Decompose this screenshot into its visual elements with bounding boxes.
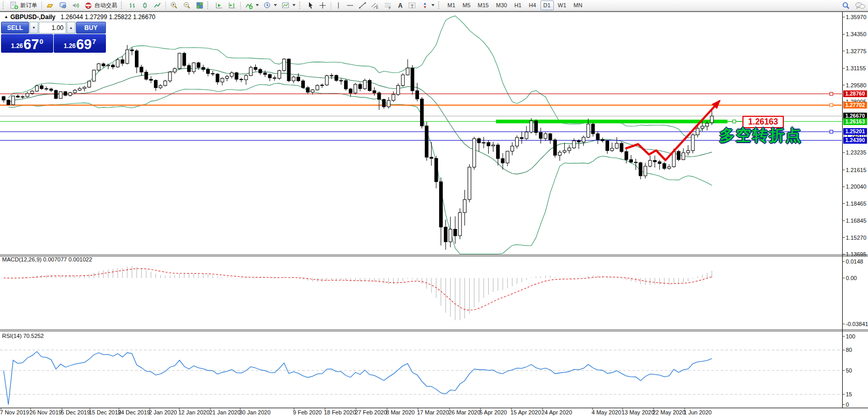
chevron-down-icon (431, 4, 435, 6)
new-order-icon (10, 2, 19, 9)
trendline-button[interactable] (357, 0, 368, 11)
bar-chart-button[interactable] (127, 0, 138, 11)
buy-button[interactable]: BUY (76, 22, 106, 34)
horizontal-line-icon (346, 2, 354, 9)
add-indicator-button[interactable] (243, 0, 261, 11)
annotation-text[interactable]: 多空转折点 (719, 125, 802, 146)
auto-scroll-icon (215, 2, 223, 9)
bid-price-big: 67 (24, 38, 39, 52)
fibonacci-button[interactable]: F (382, 0, 394, 11)
search-icon[interactable] (842, 2, 850, 10)
line-chart-button[interactable] (151, 0, 163, 11)
timeframe-MN[interactable]: MN (570, 1, 585, 10)
vertical-line-icon (335, 2, 342, 9)
template-chart-icon (282, 2, 290, 9)
sound-alert-button[interactable] (70, 0, 82, 11)
toolbar-grip[interactable] (299, 2, 302, 9)
auto-trading-label: 自动交易 (95, 2, 117, 9)
equidistant-channel-icon: E (371, 2, 379, 9)
auto-trading-button[interactable]: 自动交易 (83, 0, 119, 11)
market-watch-button[interactable] (57, 0, 69, 11)
one-click-collapse-icon[interactable]: ▲ (4, 14, 8, 19)
price-chart-canvas[interactable] (0, 0, 868, 417)
text-button[interactable]: A (395, 0, 406, 11)
sell-button[interactable]: SELL (1, 22, 29, 34)
gold-bar-button[interactable] (44, 0, 56, 11)
price-level-tag: 1.28760 (843, 90, 867, 97)
bid-price-sup: 0 (40, 38, 43, 45)
ask-price-tile[interactable]: 1.26 69 7 (54, 34, 106, 53)
periods-button[interactable] (261, 0, 279, 11)
new-order-button[interactable]: 新订单 (8, 0, 39, 11)
chart-shift-icon (228, 2, 236, 9)
text-icon: A (397, 2, 404, 9)
macd-value-1: 0.007077 (43, 256, 67, 262)
crosshair-button[interactable] (317, 0, 329, 11)
add-indicator-icon (245, 2, 253, 9)
text-label-button[interactable]: T (406, 0, 419, 11)
arrows-icon (421, 2, 429, 9)
toolbar-grip[interactable] (3, 2, 6, 9)
horizontal-line-button[interactable] (344, 0, 356, 11)
tile-windows-button[interactable] (194, 0, 206, 11)
candlestick-chart-button[interactable] (139, 0, 151, 11)
bar-chart-icon (129, 2, 136, 9)
text-label-icon: T (408, 2, 416, 9)
vertical-line-button[interactable] (333, 0, 344, 11)
svg-text:F: F (389, 6, 391, 9)
toolbar: 新订单 自动交易 E F A T (0, 0, 868, 11)
mt4-window: 新订单 自动交易 E F A T (0, 0, 868, 417)
auto-scroll-button[interactable] (213, 0, 225, 11)
price-level-tag: 1.27702 (843, 102, 867, 109)
gold-bar-icon (46, 2, 54, 9)
svg-text:T: T (411, 3, 414, 8)
timeframe-M15[interactable]: M15 (475, 1, 492, 10)
zoom-in-button[interactable] (168, 0, 180, 11)
separator (165, 2, 166, 9)
timeframe-D1[interactable]: D1 (540, 1, 554, 10)
timeframe-group: M1M5M15M30H1H4D1W1MN (444, 1, 586, 10)
price-level-tag: 1.24390 (843, 137, 867, 144)
timeframe-H1[interactable]: H1 (511, 1, 524, 10)
chevron-down-icon (274, 4, 277, 6)
svg-text:A: A (398, 2, 403, 9)
volume-input[interactable] (39, 22, 66, 34)
rsi-value: 70.5252 (23, 333, 44, 339)
fibonacci-icon: F (384, 2, 392, 9)
templates-button[interactable] (280, 0, 298, 11)
timeframe-M5[interactable]: M5 (459, 1, 473, 10)
sound-alert-icon (72, 2, 80, 9)
zoom-out-icon (183, 2, 191, 9)
trendline-icon (359, 2, 366, 9)
equidistant-channel-button[interactable]: E (369, 0, 381, 11)
arrows-button[interactable] (419, 0, 437, 11)
chevron-down-icon (292, 4, 296, 6)
separator (41, 2, 42, 9)
chat-icon[interactable] (855, 2, 866, 10)
timeframe-W1[interactable]: W1 (555, 1, 570, 10)
symbol-period-label: GBPUSD-,Daily (10, 13, 55, 21)
volume-down-button[interactable]: ▼ (29, 22, 38, 34)
new-order-label: 新订单 (20, 2, 37, 9)
timeframe-H4[interactable]: H4 (525, 1, 539, 10)
separator (240, 2, 241, 9)
ask-price-big: 69 (76, 38, 92, 52)
toolbar-grip[interactable] (121, 2, 124, 9)
toolbar-grip[interactable] (438, 2, 441, 9)
zoom-in-icon (170, 2, 178, 9)
price-level-tag: 1.25201 (843, 128, 867, 135)
chart-shift-button[interactable] (226, 0, 238, 11)
crosshair-icon (319, 2, 327, 9)
bid-price-tile[interactable]: 1.26 67 0 (1, 34, 53, 53)
cursor-button[interactable] (305, 0, 316, 11)
clock-icon (264, 2, 271, 9)
toolbar-grip[interactable] (207, 2, 210, 9)
auto-trading-icon (85, 2, 93, 9)
zoom-out-button[interactable] (181, 0, 193, 11)
volume-up-button[interactable]: ▲ (67, 22, 75, 34)
macd-label: MACD(12,26,9) 0.007077 0.001022 (2, 256, 92, 262)
timeframe-M1[interactable]: M1 (444, 1, 458, 10)
separator (331, 2, 331, 9)
market-watch-icon (59, 2, 67, 9)
timeframe-M30[interactable]: M30 (493, 1, 510, 10)
